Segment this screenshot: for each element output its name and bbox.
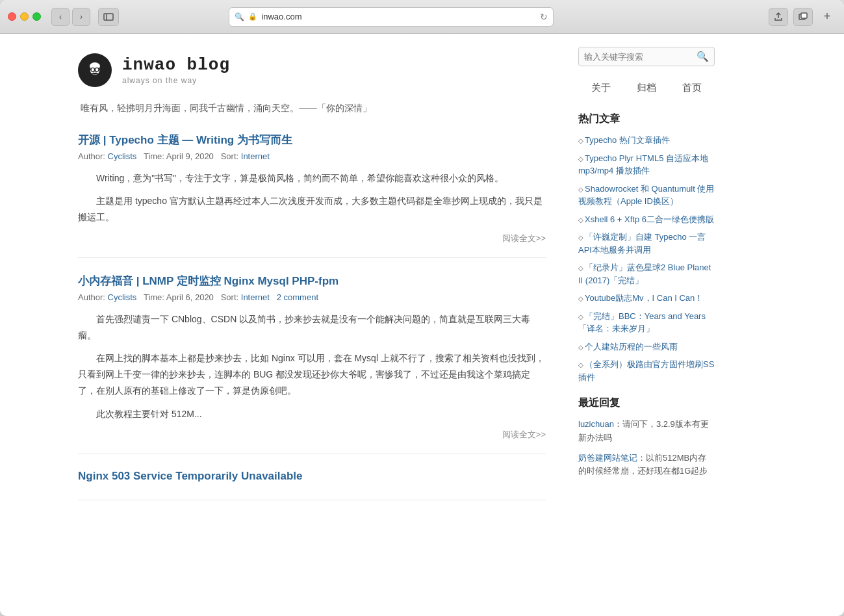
traffic-lights <box>8 12 41 21</box>
site-title-wrap: inwao blog always on the way <box>122 55 230 85</box>
browser-actions <box>769 8 813 26</box>
author-label: Author: <box>78 292 108 302</box>
diamond-icon: ◇ <box>578 344 583 351</box>
author-link[interactable]: Cyclists <box>108 292 137 302</box>
nav-home[interactable]: 首页 <box>682 82 702 94</box>
browser-window: ‹ › 🔍 🔒 inwao.com ↻ <box>0 0 844 616</box>
diamond-icon: ◇ <box>578 295 583 302</box>
hot-article-link[interactable]: Xshell 6 + Xftp 6二合一绿色便携版 <box>585 214 714 224</box>
list-item: ◇（全系列）极路由官方固件增刷SS 插件 <box>578 358 715 383</box>
search-box[interactable]: 🔍 <box>578 47 715 66</box>
back-button[interactable]: ‹ <box>51 8 70 26</box>
sidebar-nav: 关于 归档 首页 <box>578 82 715 94</box>
recent-replies-title: 最近回复 <box>578 396 715 410</box>
comment-link[interactable]: 2 comment <box>277 292 318 302</box>
article-paragraph: 此次教程主要针对 512M... <box>78 406 546 422</box>
diamond-icon: ◇ <box>578 155 583 162</box>
article-body: 首先强烈谴责一下 CNblog、CSDN 以及简书，抄来抄去就是没有一个能解决问… <box>78 311 546 422</box>
hot-article-link[interactable]: 「纪录片」蓝色星球2 Blue Planet II (2017)「完结」 <box>578 263 711 285</box>
hot-article-link[interactable]: 「许巍定制」自建 Typecho 一言API本地服务并调用 <box>578 232 706 255</box>
list-item: luzichuan：请问下，3.2.9版本有更新办法吗 <box>578 418 715 445</box>
hot-article-link[interactable]: Typecho Plyr HTML5 自适应本地mp3/mp4 播放插件 <box>578 153 708 176</box>
author-label: Author: <box>78 151 108 161</box>
browser-titlebar: ‹ › 🔍 🔒 inwao.com ↻ <box>0 0 844 34</box>
article-item: Nginx 503 Service Temporarily Unavailabl… <box>78 470 546 500</box>
nav-about[interactable]: 关于 <box>591 82 611 94</box>
list-item: ◇Xshell 6 + Xftp 6二合一绿色便携版 <box>578 213 715 226</box>
diamond-icon: ◇ <box>578 234 583 241</box>
address-bar[interactable]: 🔍 🔒 inwao.com ↻ <box>229 7 554 27</box>
search-icon[interactable]: 🔍 <box>697 51 709 62</box>
lock-icon: 🔒 <box>248 12 257 21</box>
svg-line-9 <box>90 69 91 70</box>
list-item: ◇Typecho Plyr HTML5 自适应本地mp3/mp4 播放插件 <box>578 152 715 177</box>
new-window-button[interactable] <box>793 8 813 26</box>
read-more-link[interactable]: 阅读全文>> <box>502 430 546 439</box>
recent-replies-list: luzichuan：请问下，3.2.9版本有更新办法吗 奶爸建网站笔记：以前51… <box>578 418 715 478</box>
hot-article-link[interactable]: Shadowrocket 和 Quantumult 使用视频教程（Apple I… <box>578 184 714 207</box>
share-button[interactable] <box>769 8 788 26</box>
reload-button[interactable]: ↻ <box>540 12 548 22</box>
nav-archive[interactable]: 归档 <box>637 82 656 94</box>
list-item: 奶爸建网站笔记：以前512MB内存的时候经常崩，还好现在都1G起步 <box>578 452 715 479</box>
hot-article-link[interactable]: 「完结」BBC：Years and Years「译名：未来岁月」 <box>578 311 706 334</box>
article-title[interactable]: 开源 | Typecho 主题 — Writing 为书写而生 <box>78 133 546 148</box>
sort-label: Sort: <box>221 292 241 302</box>
read-more: 阅读全文>> <box>78 429 546 441</box>
diamond-icon: ◇ <box>578 361 583 368</box>
svg-line-10 <box>99 69 99 70</box>
article-item: 开源 | Typecho 主题 — Writing 为书写而生 Author: … <box>78 133 546 258</box>
url-display: inwao.com <box>261 12 301 21</box>
hot-article-link[interactable]: Typecho 热门文章插件 <box>585 135 670 145</box>
list-item: ◇Youtube励志Mv，I Can I Can！ <box>578 292 715 305</box>
list-item: ◇「完结」BBC：Years and Years「译名：未来岁月」 <box>578 310 715 335</box>
list-item: ◇Typecho 热门文章插件 <box>578 134 715 147</box>
site-header: inwao blog always on the way <box>78 53 546 87</box>
replier-link[interactable]: luzichuan <box>578 419 614 429</box>
diamond-icon: ◇ <box>578 264 583 272</box>
minimize-button[interactable] <box>20 12 29 21</box>
article-time: April 9, 2020 <box>166 151 214 161</box>
forward-button[interactable]: › <box>72 8 90 26</box>
site-title: inwao blog <box>122 55 230 75</box>
list-item: ◇Shadowrocket 和 Quantumult 使用视频教程（Apple … <box>578 183 715 208</box>
article-paragraph: Writing，意为"书写"，专注于文字，算是极简风格，简约而不简单，希望你能喜… <box>78 170 546 186</box>
hot-articles-title: 热门文章 <box>578 112 715 126</box>
recent-replies-section: 最近回复 luzichuan：请问下，3.2.9版本有更新办法吗 奶爸建网站笔记… <box>578 396 715 478</box>
hot-article-link[interactable]: 个人建站历程的一些风雨 <box>585 342 678 352</box>
search-input[interactable] <box>584 52 697 62</box>
article-body: Writing，意为"书写"，专注于文字，算是极简风格，简约而不简单，希望你能喜… <box>78 170 546 226</box>
replier-link[interactable]: 奶爸建网站笔记 <box>578 453 637 463</box>
maximize-button[interactable] <box>32 12 41 21</box>
sidebar-toggle-button[interactable] <box>98 8 119 26</box>
sort-label: Sort: <box>221 151 241 161</box>
hot-article-link[interactable]: （全系列）极路由官方固件增刷SS 插件 <box>578 359 714 382</box>
articles-list: 开源 | Typecho 主题 — Writing 为书写而生 Author: … <box>78 133 546 500</box>
read-more: 阅读全文>> <box>78 233 546 244</box>
main-area: inwao blog always on the way 唯有风，轻拂明月升海面… <box>0 34 572 616</box>
hot-articles-list: ◇Typecho 热门文章插件 ◇Typecho Plyr HTML5 自适应本… <box>578 134 715 383</box>
article-meta: Author: Cyclists Time: April 9, 2020 Sor… <box>78 151 546 161</box>
add-tab-button[interactable]: + <box>818 8 836 26</box>
article-paragraph: 在网上找的脚本基本上都是抄来抄去，比如 Nginx 可以用，套在 Mysql 上… <box>78 350 546 400</box>
article-title[interactable]: Nginx 503 Service Temporarily Unavailabl… <box>78 470 546 483</box>
hot-article-link[interactable]: Youtube励志Mv，I Can I Can！ <box>585 293 703 303</box>
read-more-link[interactable]: 阅读全文>> <box>502 233 546 243</box>
article-paragraph: 首先强烈谴责一下 CNblog、CSDN 以及简书，抄来抄去就是没有一个能解决问… <box>78 311 546 344</box>
nav-buttons: ‹ › <box>51 8 90 26</box>
diamond-icon: ◇ <box>578 186 583 193</box>
time-label: Time: <box>144 292 166 302</box>
sort-link[interactable]: Internet <box>241 292 270 302</box>
svg-rect-3 <box>801 13 807 18</box>
diamond-icon: ◇ <box>578 216 583 224</box>
hot-articles-section: 热门文章 ◇Typecho 热门文章插件 ◇Typecho Plyr HTML5… <box>578 112 715 383</box>
site-subtitle: always on the way <box>122 76 230 85</box>
list-item: ◇个人建站历程的一些风雨 <box>578 340 715 353</box>
diamond-icon: ◇ <box>578 313 583 320</box>
article-time: April 6, 2020 <box>166 292 214 302</box>
diamond-icon: ◇ <box>578 137 583 144</box>
author-link[interactable]: Cyclists <box>108 151 137 161</box>
sort-link[interactable]: Internet <box>241 151 270 161</box>
close-button[interactable] <box>8 12 16 21</box>
article-title[interactable]: 小内存福音 | LNMP 定时监控 Nginx Mysql PHP-fpm <box>78 274 546 289</box>
